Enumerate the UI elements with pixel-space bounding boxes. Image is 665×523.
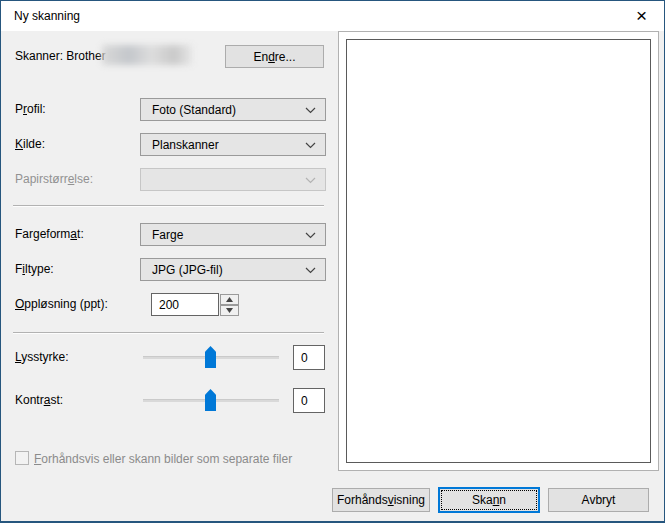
color-format-label: Fargeformat: xyxy=(15,227,84,242)
paper-size-select xyxy=(140,168,326,191)
arrow-down-icon xyxy=(226,308,233,313)
separator xyxy=(13,332,324,334)
brightness-label: Lysstyrke: xyxy=(15,350,69,365)
resolution-label: Oppløsning (ppt): xyxy=(15,297,108,312)
source-select[interactable]: Planskanner xyxy=(140,133,326,156)
separator xyxy=(13,205,324,207)
scanner-label: Skanner: Brother xyxy=(15,49,106,64)
preview-page xyxy=(346,39,651,463)
color-format-select[interactable]: Farge xyxy=(140,223,326,246)
resolution-spin-down-button[interactable] xyxy=(220,305,239,316)
change-scanner-button[interactable]: Endre... xyxy=(225,45,324,68)
paper-size-label: Papirstørrelse: xyxy=(15,172,93,187)
color-format-value: Farge xyxy=(152,228,183,242)
preview-button[interactable]: Forhåndsvisning xyxy=(332,488,430,512)
file-type-value: JPG (JPG-fil) xyxy=(152,263,223,277)
brightness-value-input[interactable] xyxy=(293,345,325,370)
profile-select[interactable]: Foto (Standard) xyxy=(140,98,326,121)
separate-files-checkbox xyxy=(15,451,29,465)
close-icon[interactable]: × xyxy=(619,1,664,30)
file-type-select[interactable]: JPG (JPG-fil) xyxy=(140,258,326,281)
profile-value: Foto (Standard) xyxy=(152,103,236,117)
chevron-down-icon xyxy=(305,107,316,114)
preview-pane xyxy=(338,31,659,471)
contrast-label: Kontrast: xyxy=(15,393,63,408)
profile-label: Profil: xyxy=(15,102,46,117)
chevron-down-icon xyxy=(305,177,316,184)
arrow-up-icon xyxy=(226,297,233,302)
separate-files-label: Forhåndsvis eller skann bilder som separ… xyxy=(34,452,292,467)
title-bar: Ny skanning × xyxy=(1,1,664,31)
contrast-value-input[interactable] xyxy=(293,388,325,413)
contrast-slider-thumb[interactable] xyxy=(205,389,216,411)
source-value: Planskanner xyxy=(152,138,219,152)
brightness-slider-thumb[interactable] xyxy=(205,346,216,368)
dialog-title: Ny skanning xyxy=(14,9,80,23)
cancel-button[interactable]: Avbryt xyxy=(548,488,649,512)
resolution-spin-up-button[interactable] xyxy=(220,294,239,305)
chevron-down-icon xyxy=(305,267,316,274)
new-scan-dialog: Ny skanning × Skanner: Brother Endre... … xyxy=(0,0,665,523)
scan-button[interactable]: Skann xyxy=(438,487,540,513)
chevron-down-icon xyxy=(305,142,316,149)
resolution-input[interactable] xyxy=(151,293,219,316)
source-label: Kilde: xyxy=(15,137,45,152)
file-type-label: Filtype: xyxy=(15,262,54,277)
redacted-scanner-name xyxy=(102,45,192,65)
chevron-down-icon xyxy=(305,232,316,239)
